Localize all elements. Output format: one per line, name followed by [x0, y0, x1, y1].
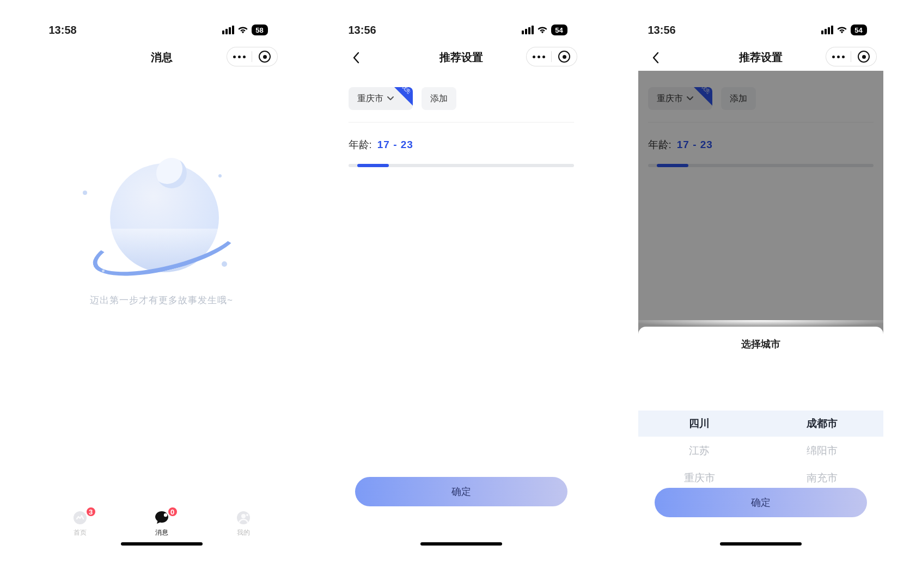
status-bar: 13:56 54: [638, 16, 883, 44]
page-title: 推荐设置: [439, 50, 483, 65]
svg-point-1: [163, 513, 167, 517]
picker-option[interactable]: 四川: [689, 416, 710, 431]
confirm-button[interactable]: 确定: [355, 477, 567, 506]
picker-option[interactable]: 江苏: [689, 443, 710, 458]
city-picker-sheet: 选择城市 四川 江苏 重庆市 成都市 绵阳市 南充市 确定: [638, 327, 883, 550]
confirm-label: 确定: [451, 485, 471, 498]
tab-label: 消息: [155, 528, 168, 537]
nav-bar: 推荐设置: [638, 44, 883, 71]
badge: 0: [167, 506, 178, 517]
city-column[interactable]: 成都市 绵阳市 南充市: [761, 416, 883, 550]
clock: 13:56: [648, 24, 676, 36]
back-button[interactable]: [345, 47, 367, 69]
picker-option[interactable]: 南充市: [807, 470, 838, 486]
chevron-down-icon: [387, 94, 394, 103]
content-area: 迈出第一步才有更多故事发生哦~: [39, 71, 284, 505]
wifi-icon: [537, 26, 548, 34]
age-slider[interactable]: [349, 164, 574, 167]
city-chips: 重庆市 优先 添加: [349, 87, 574, 110]
status-bar: 13:56 54: [339, 16, 584, 44]
tab-label: 我的: [237, 528, 250, 537]
nav-bar: 推荐设置: [339, 44, 584, 71]
cellular-icon: [821, 26, 833, 34]
status-right: 54: [522, 24, 567, 35]
tab-label: 首页: [74, 528, 87, 537]
mini-program-capsule[interactable]: [227, 47, 278, 66]
battery-badge: 58: [252, 24, 268, 35]
wifi-icon: [237, 26, 248, 34]
phone-messages: 13:58 58 消息 迈出第一步才有更多故事发生哦~: [39, 16, 284, 550]
home-indicator[interactable]: [420, 542, 502, 546]
content-area: 重庆市 优先 添加 年龄: 17 - 23 确定: [339, 71, 584, 550]
svg-point-4: [246, 514, 248, 516]
age-slider-fill: [357, 164, 389, 167]
profile-icon: [234, 509, 253, 527]
cellular-icon: [522, 26, 534, 34]
mini-program-capsule[interactable]: [526, 47, 577, 66]
province-column[interactable]: 四川 江苏 重庆市: [638, 416, 761, 550]
status-right: 58: [222, 24, 268, 35]
clock: 13:56: [349, 24, 376, 36]
city-picker[interactable]: 四川 江苏 重庆市 成都市 绵阳市 南充市: [638, 356, 883, 550]
home-indicator[interactable]: [121, 542, 203, 546]
close-icon[interactable]: [254, 51, 276, 63]
empty-state: 迈出第一步才有更多故事发生哦~: [39, 163, 284, 307]
picker-option[interactable]: 成都市: [807, 416, 838, 431]
tab-home[interactable]: 首页 3: [47, 509, 113, 537]
city-chip[interactable]: 重庆市 优先: [349, 87, 413, 110]
battery-badge: 54: [551, 24, 567, 35]
tab-messages[interactable]: 消息 0: [129, 509, 194, 537]
picker-option[interactable]: 绵阳市: [807, 443, 838, 458]
page-title: 推荐设置: [739, 50, 783, 65]
age-row: 年龄: 17 - 23: [349, 138, 574, 152]
add-city-chip[interactable]: 添加: [422, 87, 456, 110]
empty-text: 迈出第一步才有更多故事发生哦~: [90, 294, 233, 307]
battery-badge: 54: [851, 24, 867, 35]
content-area: 重庆市 优先 添加 年龄: 17 - 23: [638, 71, 883, 550]
age-label: 年龄:: [349, 138, 372, 152]
phone-recommend-settings: 13:56 54 推荐设置 重庆市: [339, 16, 584, 550]
status-bar: 13:58 58: [39, 16, 284, 44]
close-icon[interactable]: [853, 51, 875, 63]
city-chip-label: 重庆市: [357, 93, 383, 105]
divider: [349, 122, 574, 122]
svg-point-3: [241, 514, 246, 518]
badge: 3: [86, 506, 96, 517]
more-icon[interactable]: [228, 56, 250, 58]
age-value: 17 - 23: [377, 139, 413, 151]
status-right: 54: [821, 24, 867, 35]
page-title: 消息: [151, 50, 173, 65]
clock: 13:58: [49, 24, 77, 36]
phone-city-picker: 13:56 54 推荐设置 重庆市: [638, 16, 883, 550]
more-icon[interactable]: [528, 56, 549, 58]
back-button[interactable]: [645, 47, 667, 69]
planet-illustration: [80, 163, 243, 283]
nav-bar: 消息: [39, 44, 284, 71]
picker-option[interactable]: 重庆市: [684, 470, 715, 486]
close-icon[interactable]: [553, 51, 575, 63]
more-icon[interactable]: [827, 56, 849, 58]
sheet-title: 选择城市: [638, 338, 883, 351]
wifi-icon: [836, 26, 847, 34]
tab-me[interactable]: 我的: [211, 509, 276, 537]
mini-program-capsule[interactable]: [826, 47, 877, 66]
add-city-label: 添加: [430, 93, 448, 105]
cellular-icon: [222, 26, 234, 34]
